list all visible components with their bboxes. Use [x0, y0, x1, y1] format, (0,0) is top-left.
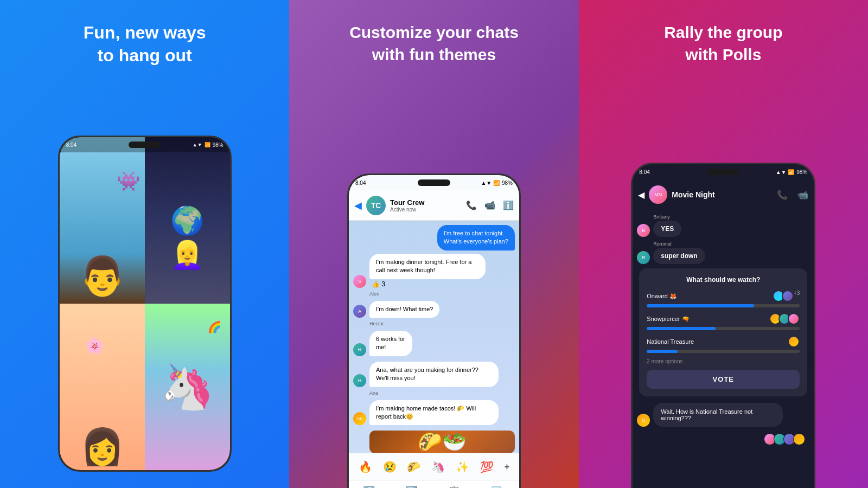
video-cell-3: 👩 🌸 — [60, 304, 145, 470]
video-cell-1: 👨 👾 — [60, 137, 145, 304]
panel-chats: Customize your chats with fun themes 8:0… — [289, 0, 578, 488]
reaction-bar[interactable]: 🔥 😢 🌮 🦄 ✨ 💯 + — [349, 453, 519, 480]
reaction-sparkle[interactable]: ✨ — [456, 460, 469, 473]
poll-bar-fill — [647, 350, 677, 353]
group-avatar: TC — [366, 196, 386, 215]
video-icon[interactable]: 📹 — [484, 200, 495, 210]
poll-bar-bg — [647, 304, 800, 307]
remove-button[interactable]: 🗑️ Remove — [487, 485, 506, 489]
food-image: 🌮🥗 — [369, 431, 515, 453]
status-time: 8:04 — [355, 180, 366, 186]
sender-avatar: R — [637, 251, 650, 264]
status-battery: 98% — [213, 142, 224, 148]
phone-video-call: 8:04 ▲▼ 📶 98% 👨 👾 — [58, 136, 232, 472]
phone-notch — [129, 142, 161, 148]
message-received: S I'm making dinner tonight. Free for a … — [353, 254, 515, 288]
poll-bar-fill — [647, 304, 754, 307]
phone-icon[interactable]: 📞 — [466, 200, 477, 210]
sender-avatar: H — [353, 374, 366, 387]
message-alex: A I'm down! What time? — [353, 301, 515, 318]
polls-header: ◀ MN Movie Night 📞 📹 — [633, 179, 814, 210]
poll-option-2: Snowpiercer 🔫 — [647, 313, 800, 330]
chat-info: Tour Crew Active now — [390, 198, 462, 213]
message-hector-2: H Ana, what are you making for dinner?? … — [353, 362, 515, 387]
sender-avatar: H — [353, 343, 366, 356]
phone-chat: 8:04 ▲▼ 📶 98% ◀ TC Tour Crew Active now — [347, 174, 521, 488]
phone-screen: 8:04 ▲▼ 📶 98% ◀ TC Tour Crew Active now — [349, 175, 519, 488]
reaction-taco[interactable]: 🌮 — [407, 460, 420, 473]
vote-button[interactable]: VOTE — [647, 370, 800, 389]
phone-notch — [707, 169, 739, 175]
poll-messages: Brittany B YES Rommel R super down — [633, 210, 814, 488]
poll-bar-fill — [647, 327, 716, 330]
message-ana: An I'm making home made tacos! 🌮 Will re… — [353, 400, 515, 426]
copy-button[interactable]: 📋 Copy — [448, 485, 460, 489]
poll-question: What should we watch? — [647, 276, 800, 284]
panel-title: Fun, new ways to hang out — [0, 22, 289, 67]
message-bubble: I'm making dinner tonight. Free for a ca… — [369, 254, 486, 279]
sender-avatar: B — [637, 224, 650, 237]
message-bubble: I'm down! What time? — [369, 301, 439, 318]
phone-call-icon[interactable]: 📞 — [777, 190, 788, 200]
status-time: 8:04 — [639, 169, 649, 175]
reaction-unicorn[interactable]: 🦄 — [431, 460, 445, 473]
video-cell-4: 🦄 🌈 — [145, 304, 230, 470]
poll-bar-bg — [647, 327, 800, 330]
sender-label: Ana — [369, 390, 515, 396]
reaction-fire[interactable]: 🔥 — [359, 460, 372, 473]
poll-option-label: Snowpiercer 🔫 — [647, 316, 689, 323]
bottom-message-row: U Wait. How is National Treasure not win… — [637, 403, 809, 427]
message-group-brittany: Brittany B YES — [637, 214, 809, 237]
phone-screen: 8:04 ▲▼ 📶 98% ◀ MN Movie Night 📞 📹 — [633, 164, 814, 488]
video-call-icon[interactable]: 📹 — [797, 190, 808, 200]
back-button[interactable]: ◀ — [638, 190, 644, 200]
vote-avatars — [788, 336, 800, 348]
poll-option-label: National Treasure — [647, 338, 694, 345]
poll-option-1: Onward 🦊 +3 — [647, 290, 800, 307]
message-bubble: 6 works for me! — [369, 331, 412, 356]
message-bubble: YES — [653, 221, 681, 237]
video-cell-2: 🌍 👱‍♀️ — [145, 137, 230, 304]
sender-label: Rommel — [653, 241, 809, 247]
sender-avatar: U — [637, 414, 650, 427]
sender-label: Alex — [369, 291, 515, 297]
message-group-rommel: Rommel R super down — [637, 241, 809, 264]
panel-title: Customize your chats with fun themes — [289, 22, 578, 66]
message-brittany: B YES — [637, 221, 809, 237]
chat-messages: I'm free to chat tonight.What's everyone… — [349, 221, 519, 453]
poll-option-3: National Treasure — [647, 336, 800, 353]
message-bubble: I'm free to chat tonight.What's everyone… — [437, 225, 515, 251]
sender-avatar: A — [353, 305, 366, 318]
message-hector: H 6 works for me! — [353, 331, 515, 356]
message-bubble: I'm making home made tacos! 🌮 Will repor… — [369, 400, 499, 426]
chat-header: ◀ TC Tour Crew Active now 📞 📹 ℹ️ — [349, 190, 519, 221]
info-icon[interactable]: ℹ️ — [503, 200, 514, 210]
phone-notch — [418, 179, 450, 186]
sender-label: Brittany — [653, 214, 809, 220]
reaction-100[interactable]: 💯 — [480, 460, 494, 473]
phone-screen: 8:04 ▲▼ 📶 98% 👨 👾 — [60, 137, 230, 470]
message-group: S I'm making dinner tonight. Free for a … — [353, 254, 515, 288]
bottom-avatars — [637, 433, 809, 445]
message-bubble: super down — [653, 248, 705, 264]
poll-bar-bg — [647, 350, 800, 353]
chat-action-icons: 📞 📹 ℹ️ — [466, 200, 514, 210]
bottom-message: Wait. How is National Treasure not winni… — [653, 403, 783, 427]
reaction-sad[interactable]: 😢 — [383, 460, 397, 473]
poll-card: What should we watch? Onward 🦊 +3 — [639, 268, 807, 396]
vote-avatars: +3 — [773, 290, 800, 302]
sender-avatar: An — [353, 412, 366, 425]
panel-fun-ways: 8:04 ▲▼ 📶 98% 👨 👾 — [0, 0, 289, 488]
phone-polls: 8:04 ▲▼ 📶 98% ◀ MN Movie Night 📞 📹 — [631, 163, 815, 488]
back-button[interactable]: ◀ — [354, 200, 362, 211]
sender-label: Hector — [369, 321, 515, 326]
video-grid: 👨 👾 🌍 👱‍♀️ 👩 🌸 — [60, 137, 230, 470]
reply-button[interactable]: ↩️ Reply — [362, 485, 375, 489]
sender-avatar: S — [353, 275, 366, 288]
panel-polls: Rally the group with Polls 8:04 ▲▼ 📶 98%… — [579, 0, 868, 488]
message-bubble: Ana, what are you making for dinner?? We… — [369, 362, 499, 387]
more-options[interactable]: 2 more options — [647, 358, 800, 364]
forward-button[interactable]: ↪️ Forward — [403, 485, 420, 489]
group-name: Movie Night — [672, 190, 773, 199]
reaction-more[interactable]: + — [505, 462, 509, 472]
